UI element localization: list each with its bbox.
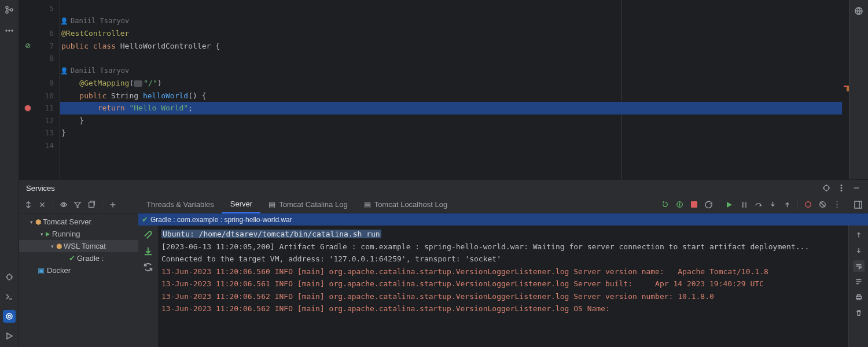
tree-node-running[interactable]: ▾ Running [19,228,138,240]
svg-point-13 [841,190,842,191]
add-icon[interactable] [108,200,117,209]
debug-tool-icon[interactable] [3,271,16,283]
line-numbers: 567891011121314 [36,0,60,179]
code-content[interactable]: 👤Daniil Tsaryov@RestControllerpublic cla… [60,0,842,179]
layout-icon[interactable] [848,200,868,209]
run-tool-icon[interactable] [3,330,16,342]
tree-node-tomcat[interactable]: ▾⬢ Tomcat Server [19,216,138,228]
svg-point-8 [8,315,10,318]
target-icon[interactable] [822,183,831,193]
services-tree[interactable]: ▾⬢ Tomcat Server ▾ Running ▾⬢ WSL Tomcat… [19,213,138,276]
svg-rect-15 [89,202,94,207]
svg-point-3 [6,30,7,31]
attach-icon[interactable] [142,229,154,241]
sync-icon[interactable] [142,261,154,273]
svg-point-4 [9,30,10,31]
scroll-down-icon[interactable] [853,245,865,256]
run-controls [661,200,848,210]
gutter-marks[interactable]: ⊘ [19,0,36,179]
log-icon: ▤ [364,200,371,209]
log-side-toolbar [138,226,158,347]
left-tool-strip [0,0,19,347]
svg-point-1 [6,11,8,13]
services-panel: Services [19,179,868,347]
reload-icon[interactable] [704,200,713,209]
console-output[interactable]: Ubuntu: /home/dtsarev/tomcat/bin/catalin… [158,226,848,347]
step-over-icon[interactable] [754,200,763,209]
soft-wrap-icon[interactable] [853,260,865,272]
services-tool-icon[interactable] [3,310,16,323]
open-new-icon[interactable] [87,200,96,209]
step-into-icon[interactable] [768,200,777,209]
tree-label: Running [52,230,80,238]
svg-point-11 [841,185,842,186]
svg-point-0 [6,6,8,9]
rerun-icon[interactable] [661,200,670,209]
artifact-row[interactable]: ✔ Gradle : com.example : spring-hello-wo… [138,213,868,226]
scroll-up-icon[interactable] [853,229,865,241]
tree-node-gradle[interactable]: ✔ Gradle : [19,252,138,264]
close-tab-icon[interactable] [38,200,47,209]
services-header: Services [19,180,868,196]
services-title: Services [26,184,55,193]
view-breakpoints-icon[interactable] [804,200,812,209]
svg-point-5 [12,30,13,31]
svg-point-21 [837,206,838,208]
code-editor[interactable]: ⊘ 567891011121314 👤Daniil Tsaryov@RestCo… [19,0,868,179]
svg-rect-22 [855,201,862,208]
tree-label: Gradle : [77,254,104,263]
tree-node-wsl-tomcat[interactable]: ▾⬢ WSL Tomcat [19,240,138,252]
services-center: Threads & Variables Server ▤Tomcat Catal… [138,196,868,347]
tree-label: Tomcat Server [43,217,91,226]
svg-point-17 [806,202,811,207]
svg-rect-24 [857,295,860,297]
step-out-icon[interactable] [783,200,792,209]
log-icon: ▤ [269,200,275,209]
deploy-icon[interactable] [142,245,154,257]
expand-all-icon[interactable] [24,200,33,209]
more-run-icon[interactable] [833,200,841,209]
resume-button[interactable] [725,200,734,209]
tree-label: WSL Tomcat [64,242,106,250]
svg-point-14 [62,204,65,206]
scroll-to-end-icon[interactable] [853,276,865,287]
options-icon[interactable] [837,183,846,193]
svg-point-20 [837,204,838,205]
minimize-icon[interactable] [852,183,861,193]
svg-point-7 [6,313,12,319]
more-icon[interactable] [3,24,16,37]
print-icon[interactable] [853,291,865,303]
svg-point-10 [824,186,829,191]
console-right-toolbar [848,226,868,347]
tab-server[interactable]: Server [222,196,260,213]
services-tree-panel: ▾⬢ Tomcat Server ▾ Running ▾⬢ WSL Tomcat… [19,196,138,347]
mute-breakpoints-icon[interactable] [818,200,827,209]
services-tabs: Threads & Variables Server ▤Tomcat Catal… [138,196,868,213]
svg-point-6 [7,275,12,279]
tab-threads[interactable]: Threads & Variables [138,196,222,213]
tree-toolbar [19,196,138,213]
vcs-icon[interactable] [3,3,16,16]
svg-point-19 [837,201,838,202]
trash-icon[interactable] [853,307,865,319]
tree-node-docker[interactable]: ▣ Docker [19,264,138,276]
artifact-label: Gradle : com.example : spring-hello-worl… [150,216,292,224]
editor-scrollbar[interactable] [842,0,849,179]
stop-button[interactable] [690,200,698,209]
pause-button[interactable] [740,200,748,209]
terminal-tool-icon[interactable] [3,290,16,303]
filter-icon[interactable] [73,200,82,209]
svg-point-12 [841,187,842,189]
tree-label: Docker [47,266,71,275]
svg-point-2 [10,9,13,11]
globe-icon[interactable] [852,5,865,17]
warning-stripe-mark [847,86,849,91]
editor-right-toolbar [849,0,868,179]
check-icon: ✔ [142,215,148,224]
show-icon[interactable] [59,200,68,209]
tab-catalina-log[interactable]: ▤Tomcat Catalina Log [260,196,356,213]
main-column: ⊘ 567891011121314 👤Daniil Tsaryov@RestCo… [19,0,868,347]
debug-restart-icon[interactable] [675,200,684,209]
tab-localhost-log[interactable]: ▤Tomcat Localhost Log [356,196,455,213]
